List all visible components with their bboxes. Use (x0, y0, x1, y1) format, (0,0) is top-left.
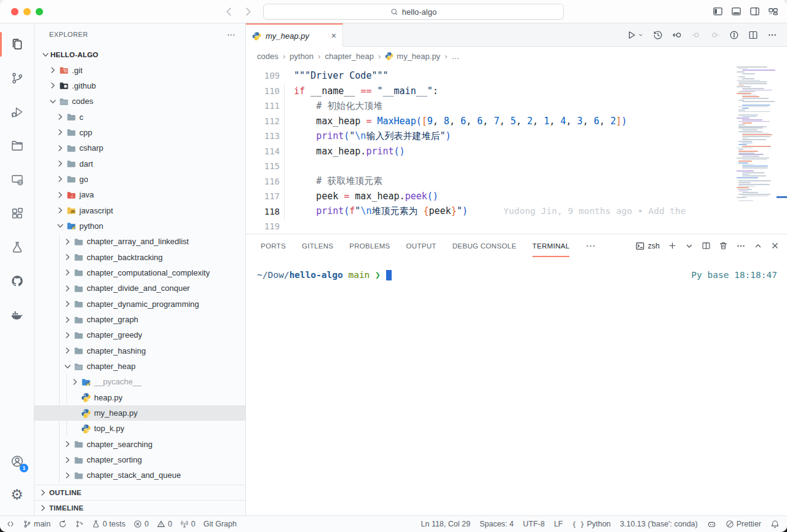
run-options-chevron-icon[interactable] (638, 32, 644, 38)
command-center-search[interactable]: hello-algo (263, 4, 564, 20)
status-copilot[interactable] (707, 520, 716, 529)
panel-chevron-up-icon[interactable] (754, 242, 762, 250)
tree-item-python[interactable]: python (34, 218, 245, 234)
status-git-branch[interactable]: main (23, 520, 50, 528)
status-encoding[interactable]: UTF-8 (523, 520, 545, 528)
code-editor[interactable]: 109"""Driver Code"""110if __name__ == "_… (246, 65, 787, 234)
panel-tab-ports[interactable]: PORTS (261, 234, 286, 257)
activity-github-icon[interactable] (0, 264, 34, 298)
tree-item-chapter_heap[interactable]: chapter_heap (34, 359, 245, 374)
panel-more-icon[interactable] (736, 241, 746, 251)
status-notifications[interactable] (770, 520, 780, 529)
terminal[interactable]: ~/Dow/hello-algo main ❯ Py base 18:18:47 (246, 257, 787, 515)
status-gitlens-compare[interactable] (75, 520, 84, 528)
status-cursor-position[interactable]: Ln 118, Col 29 (421, 520, 470, 528)
sidebar-section-outline[interactable]: OUTLINE (34, 485, 245, 500)
run-python-file-button[interactable] (627, 30, 636, 40)
tree-item-chapter_dynamic_programming[interactable]: chapter_dynamic_programming (34, 296, 245, 312)
tree-item-chapter_computational_complexity[interactable]: chapter_computational_complexity (34, 265, 245, 280)
breadcrumb-item[interactable]: python (290, 52, 314, 61)
tree-item-chapter_sorting[interactable]: chapter_sorting (34, 452, 245, 467)
tree-item-chapter_hashing[interactable]: chapter_hashing (34, 343, 245, 359)
panel-tab-debug-console[interactable]: DEBUG CONSOLE (453, 234, 516, 257)
panel-plus-icon[interactable] (668, 241, 677, 250)
tree-item-java[interactable]: java (34, 187, 245, 202)
tree-item-cpp[interactable]: cpp (34, 125, 245, 140)
activity-accounts-icon[interactable]: 1 (0, 449, 34, 474)
panel-more-tabs-icon[interactable]: ⋯ (585, 240, 596, 252)
activity-docker-icon[interactable] (0, 298, 34, 332)
breadcrumb-item[interactable]: my_heap.py (385, 52, 440, 61)
graph-icon[interactable] (729, 30, 739, 40)
tree-item-chapter_backtracking[interactable]: chapter_backtracking (34, 249, 245, 264)
activity-source-control-icon[interactable] (0, 61, 34, 95)
activity-settings-icon[interactable]: ⚙ (0, 482, 34, 507)
code-line-118[interactable]: 118 print(f"\n堆顶元素为 {peek}")Yudong Jin, … (246, 204, 787, 220)
status-python-interpreter[interactable]: 3.10.13 ('base': conda) (620, 520, 697, 528)
status-prettier[interactable]: Prettier (726, 520, 761, 528)
minimize-window-button[interactable] (23, 8, 31, 15)
status-warnings[interactable]: 0 (157, 520, 172, 528)
code-line-116[interactable]: 116 # 获取堆顶元素 (246, 174, 787, 189)
code-line-110[interactable]: 110if __name__ == "__main__": (246, 84, 787, 99)
tree-item-HELLO-ALGO[interactable]: HELLO-ALGO (34, 47, 245, 62)
code-line-113[interactable]: 113 print("\n输入列表并建堆后") (246, 129, 787, 144)
tree-item-chapter_greedy[interactable]: chapter_greedy (34, 327, 245, 343)
status-indentation[interactable]: Spaces: 4 (480, 520, 514, 528)
panel-close-icon[interactable] (770, 241, 780, 250)
status-git-sync[interactable] (58, 520, 67, 528)
zoom-window-button[interactable] (36, 8, 43, 15)
status-language-mode[interactable]: { }Python (572, 520, 611, 528)
status-tests[interactable]: 0 tests (92, 520, 125, 528)
code-line-114[interactable]: 114 max_heap.print() (246, 144, 787, 159)
code-line-109[interactable]: 109"""Driver Code""" (246, 68, 787, 84)
code-line-119[interactable]: 119 (246, 219, 787, 234)
tree-item-codes[interactable]: codes (34, 93, 245, 109)
layout-sidebar-left-icon[interactable] (713, 6, 723, 17)
nav-back-icon[interactable] (223, 6, 234, 17)
close-window-button[interactable] (11, 8, 18, 15)
layout-panel-icon[interactable] (731, 6, 742, 17)
status-eol[interactable]: LF (554, 520, 563, 528)
panel-tab-output[interactable]: OUTPUT (406, 234, 437, 257)
status-errors[interactable]: 0 (133, 520, 149, 528)
activity-testing-icon[interactable] (0, 230, 34, 264)
code-line-117[interactable]: 117 peek = max_heap.peek() (246, 189, 787, 204)
tree-item-chapter_stack_and_queue[interactable]: chapter_stack_and_queue (34, 467, 245, 483)
nav-forward-icon[interactable] (243, 6, 254, 17)
tree-item-javascript[interactable]: JSjavascript (34, 202, 245, 218)
panel-tab-terminal[interactable]: TERMINAL (532, 234, 570, 257)
breadcrumb-item[interactable]: … (451, 52, 459, 61)
tree-item-.git[interactable]: .git (34, 62, 245, 77)
status-remote-indicator[interactable] (6, 520, 15, 528)
tree-item-chapter_divide_and_conquer[interactable]: chapter_divide_and_conquer (34, 280, 245, 296)
tree-item-dart[interactable]: dart (34, 156, 245, 171)
more-icon[interactable] (767, 30, 777, 40)
tree-item-go[interactable]: go (34, 172, 245, 187)
code-line-111[interactable]: 111 # 初始化大顶堆 (246, 98, 787, 114)
tree-item-.github[interactable]: .github (34, 78, 245, 93)
tree-item-chapter_graph[interactable]: chapter_graph (34, 312, 245, 327)
activity-run-debug-icon[interactable] (0, 95, 34, 129)
tree-item-csharp[interactable]: csharp (34, 140, 245, 156)
open-changes-icon[interactable] (672, 30, 682, 40)
activity-explorer-icon[interactable] (0, 27, 34, 61)
activity-remote-explorer-icon[interactable] (0, 162, 34, 196)
panel-chevron-down-icon[interactable] (685, 242, 694, 250)
status-git-graph[interactable]: Git Graph (204, 520, 237, 528)
layout-grid-icon[interactable] (768, 6, 778, 17)
panel-tab-gitlens[interactable]: GITLENS (302, 234, 333, 257)
tab-close-icon[interactable]: × (331, 31, 336, 41)
status-ports[interactable]: 0 (180, 520, 196, 528)
code-line-115[interactable]: 115 (246, 159, 787, 174)
breadcrumb-item[interactable]: chapter_heap (325, 52, 374, 61)
explorer-more-actions-icon[interactable]: ⋯ (227, 30, 237, 39)
minimap[interactable] (736, 66, 777, 202)
split-icon[interactable] (748, 30, 758, 40)
layout-sidebar-right-icon[interactable] (749, 6, 760, 17)
panel-tab-problems[interactable]: PROBLEMS (349, 234, 390, 257)
tab-my-heap[interactable]: my_heap.py × (246, 23, 343, 47)
activity-extensions-icon[interactable] (0, 196, 34, 230)
next-change-icon[interactable] (710, 30, 720, 40)
activity-project-manager-icon[interactable] (0, 129, 34, 162)
